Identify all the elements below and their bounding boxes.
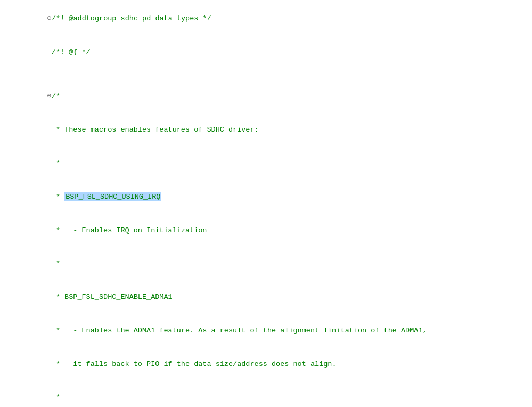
line-text-11: * - Enables the ADMA1 feature. As a resu…	[2, 314, 532, 348]
code-line-9: *	[0, 247, 532, 281]
code-line-13: *	[0, 381, 532, 407]
line-text-4: ⊖/*	[2, 80, 532, 114]
line-text-5: * These macros enables features of SDHC …	[2, 113, 532, 147]
code-line-1: ⊖/*! @addtogroup sdhc_pd_data_types */	[0, 2, 532, 36]
code-line-12: * it falls back to PIO if the data size/…	[0, 348, 532, 381]
line-text-8: * - Enables IRQ on Initialization	[2, 214, 532, 248]
line-text-12: * it falls back to PIO if the data size/…	[2, 348, 532, 381]
code-line-11: * - Enables the ADMA1 feature. As a resu…	[0, 314, 532, 348]
code-line-5: * These macros enables features of SDHC …	[0, 113, 532, 147]
line-text-6: *	[2, 147, 532, 181]
line-text-9: *	[2, 247, 532, 281]
line-text-3	[2, 69, 532, 80]
line-text-13: *	[2, 381, 532, 407]
line-text-10: * BSP_FSL_SDHC_ENABLE_ADMA1	[2, 281, 532, 314]
code-line-7: * BSP_FSL_SDHC_USING_IRQ	[0, 181, 532, 214]
collapse-icon-1[interactable]: ⊖	[47, 14, 52, 22]
code-editor[interactable]: ⊖/*! @addtogroup sdhc_pd_data_types */ /…	[0, 0, 532, 407]
code-line-10: * BSP_FSL_SDHC_ENABLE_ADMA1	[0, 281, 532, 314]
code-line-8: * - Enables IRQ on Initialization	[0, 214, 532, 248]
line-text-1: ⊖/*! @addtogroup sdhc_pd_data_types */	[2, 2, 532, 36]
line-text-2: /*! @{ */	[2, 36, 532, 69]
code-line-6: *	[0, 147, 532, 181]
code-content: ⊖/*! @addtogroup sdhc_pd_data_types */ /…	[0, 0, 532, 407]
line-text-7: * BSP_FSL_SDHC_USING_IRQ	[2, 181, 532, 214]
code-line-2: /*! @{ */	[0, 36, 532, 69]
code-line-4: ⊖/*	[0, 80, 532, 114]
collapse-icon-4[interactable]: ⊖	[47, 92, 52, 100]
code-line-3	[0, 69, 532, 80]
